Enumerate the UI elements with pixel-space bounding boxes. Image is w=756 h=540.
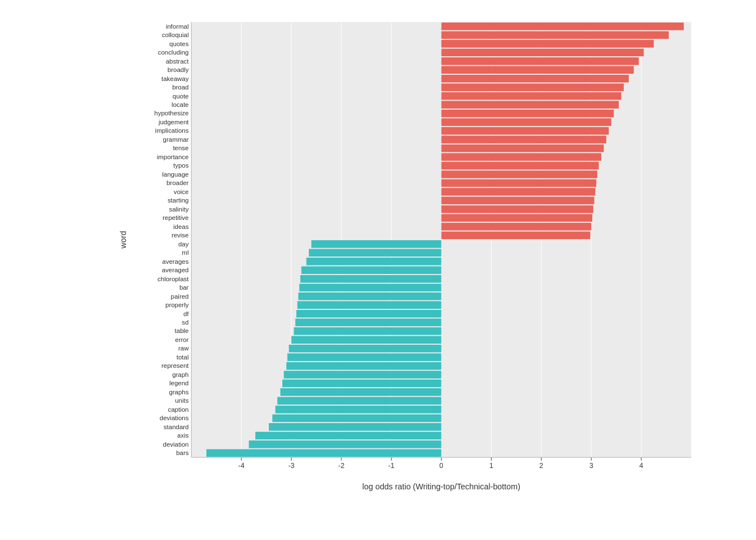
y-label-salinity: salinity xyxy=(169,206,188,213)
bar-deviations xyxy=(272,415,441,422)
y-label-grammar: grammar xyxy=(163,136,189,143)
y-label-table: table xyxy=(175,327,189,334)
bar-informal xyxy=(442,22,684,30)
bar-legend xyxy=(282,380,442,388)
y-label-hypothesize: hypothesize xyxy=(154,110,188,116)
bar-broader xyxy=(442,179,596,187)
y-label-ideas: ideas xyxy=(173,223,189,230)
y-label-graphs: graphs xyxy=(169,389,188,395)
bar-day xyxy=(312,240,442,248)
y-label-ml: ml xyxy=(182,249,188,256)
svg-text:2: 2 xyxy=(539,462,543,470)
bar-graph xyxy=(284,371,442,379)
y-label-broader: broader xyxy=(166,179,189,186)
bar-voice xyxy=(442,188,596,196)
y-label-caption: caption xyxy=(168,406,189,413)
y-label-implications: implications xyxy=(155,127,189,134)
y-label-starting: starting xyxy=(168,197,189,204)
bar-language xyxy=(442,170,597,178)
bar-represent xyxy=(286,362,441,370)
bar-table xyxy=(294,327,441,335)
bar-raw xyxy=(289,345,442,353)
y-label-tense: tense xyxy=(173,145,188,151)
bar-standard xyxy=(269,423,442,431)
y-label-paired: paired xyxy=(171,293,189,300)
y-label-broad: broad xyxy=(172,84,188,91)
y-label-standard: standard xyxy=(164,424,189,430)
bar-implications xyxy=(442,127,609,135)
y-label-graph: graph xyxy=(172,371,188,378)
y-label-bars: bars xyxy=(176,449,189,456)
bar-bar xyxy=(299,284,441,291)
y-label-broadly: broadly xyxy=(168,66,189,73)
bar-chart: informalcolloquialquotesconcludingabstra… xyxy=(101,11,722,495)
y-label-chloroplast: chloroplast xyxy=(158,276,189,282)
bar-salinity xyxy=(442,205,593,213)
bar-paired xyxy=(298,292,441,300)
bar-ideas xyxy=(442,223,592,231)
svg-text:-2: -2 xyxy=(338,462,344,470)
bar-caption xyxy=(276,406,442,413)
y-label-represent: represent xyxy=(161,362,189,369)
y-label-total: total xyxy=(177,354,189,361)
y-label-legend: legend xyxy=(169,380,188,386)
bar-chloroplast xyxy=(300,275,442,283)
y-label-quote: quote xyxy=(173,93,189,100)
svg-text:-4: -4 xyxy=(238,462,245,470)
y-label-language: language xyxy=(162,171,188,178)
y-label-takeaway: takeaway xyxy=(161,75,189,82)
bar-concluding xyxy=(442,49,644,57)
bar-revise xyxy=(442,232,591,240)
bar-sd xyxy=(295,318,441,326)
svg-text:1: 1 xyxy=(489,462,493,470)
svg-text:0: 0 xyxy=(439,462,443,470)
y-label-informal: informal xyxy=(166,23,189,30)
y-label-concluding: concluding xyxy=(158,49,189,56)
bar-ml xyxy=(309,249,441,257)
bar-locate xyxy=(442,101,619,109)
svg-text:-3: -3 xyxy=(288,462,294,470)
bar-quote xyxy=(442,92,622,100)
bar-total xyxy=(287,353,442,361)
bar-averaged xyxy=(302,267,442,274)
bar-typos xyxy=(442,162,599,170)
y-label-typos: typos xyxy=(173,162,189,169)
bar-error xyxy=(291,336,442,344)
y-label-abstract: abstract xyxy=(166,58,190,65)
y-label-raw: raw xyxy=(178,345,189,352)
x-axis-label: log odds ratio (Writing-top/Technical-bo… xyxy=(362,482,520,491)
y-label-sd: sd xyxy=(182,319,188,326)
y-label-units: units xyxy=(175,397,188,404)
bar-starting xyxy=(442,197,595,205)
y-label-error: error xyxy=(175,336,188,343)
y-label-axis: axis xyxy=(177,432,189,439)
bar-df xyxy=(296,310,442,318)
y-label-properly: properly xyxy=(165,302,189,308)
bar-hypothesize xyxy=(442,110,614,118)
y-label-quotes: quotes xyxy=(169,40,189,47)
y-label-df: df xyxy=(183,310,189,317)
bar-deviation xyxy=(249,440,441,448)
bar-units xyxy=(277,397,441,405)
y-axis-label: word xyxy=(119,231,128,249)
bar-colloquial xyxy=(442,32,669,39)
y-label-judgement: judgement xyxy=(158,119,189,125)
bar-quotes xyxy=(442,40,654,48)
bar-properly xyxy=(298,301,442,309)
bar-grammar xyxy=(442,136,606,143)
bar-takeaway xyxy=(442,75,629,83)
y-label-bar: bar xyxy=(179,284,189,291)
bar-broadly xyxy=(442,66,634,74)
y-label-locate: locate xyxy=(172,101,189,108)
bar-abstract xyxy=(442,57,639,65)
bar-repetitive xyxy=(442,214,592,222)
svg-text:4: 4 xyxy=(640,462,644,470)
svg-text:-1: -1 xyxy=(388,462,394,470)
y-label-voice: voice xyxy=(174,188,189,195)
y-label-day: day xyxy=(178,241,189,248)
y-label-colloquial: colloquial xyxy=(162,32,189,38)
y-label-revise: revise xyxy=(172,232,189,238)
bar-tense xyxy=(442,145,604,152)
y-label-deviation: deviation xyxy=(163,441,189,448)
y-label-deviations: deviations xyxy=(160,415,189,421)
